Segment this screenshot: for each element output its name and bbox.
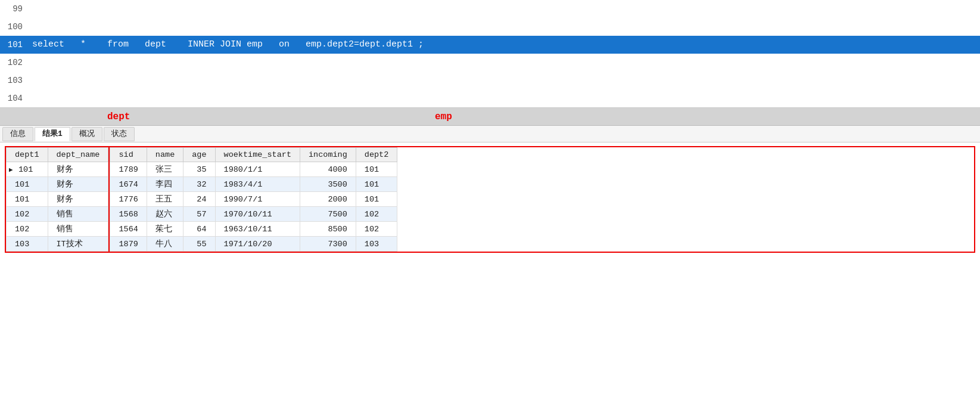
table-row: 1568赵六571970/10/117500102 [110, 207, 397, 222]
table-row: 102销售 [7, 207, 108, 222]
line-number: 103 [0, 72, 30, 89]
dept1-cell: 102 [7, 207, 48, 222]
emp-col-header: woektime_start [215, 148, 300, 162]
dept1-cell: 103 [7, 237, 48, 252]
incoming-cell: 7500 [300, 207, 356, 222]
emp-col-header: dept2 [356, 148, 397, 162]
editor-line: 100 [0, 18, 980, 36]
dept-name-cell: 销售 [48, 207, 108, 222]
line-number: 102 [0, 54, 30, 72]
table-row: ▶101财务 [7, 162, 108, 177]
tab-item[interactable]: 结果1 [35, 127, 70, 141]
dept-col-header: dept_name [48, 148, 108, 162]
emp-col-header: name [147, 148, 183, 162]
dept1-cell: 102 [7, 222, 48, 237]
editor-line: 101select * from dept INNER JOIN emp on … [0, 36, 980, 54]
line-content: select * from dept INNER JOIN emp on emp… [30, 36, 980, 54]
woektime_start-cell: 1963/10/11 [215, 222, 300, 237]
line-number: 104 [0, 89, 30, 107]
editor-line: 99 [0, 0, 980, 18]
editor-line: 103 [0, 72, 980, 89]
age-cell: 24 [183, 192, 215, 207]
name-cell: 王五 [147, 192, 183, 207]
emp-col-header: incoming [300, 148, 356, 162]
table-row: 101财务 [7, 192, 108, 207]
dept2-cell: 101 [356, 162, 397, 177]
sid-cell: 1879 [110, 237, 147, 252]
dept1-cell: 101 [7, 192, 48, 207]
dept1-cell: 101 [7, 177, 48, 192]
sid-cell: 1776 [110, 192, 147, 207]
woektime_start-cell: 1971/10/20 [215, 237, 300, 252]
dept2-cell: 102 [356, 207, 397, 222]
age-cell: 57 [183, 207, 215, 222]
woektime_start-cell: 1990/7/1 [215, 192, 300, 207]
dept2-cell: 101 [356, 192, 397, 207]
sid-cell: 1564 [110, 222, 147, 237]
dept-name-cell: 财务 [48, 192, 108, 207]
dept-table-body: ▶101财务101财务101财务102销售102销售103IT技术 [7, 162, 108, 252]
name-cell: 茱七 [147, 222, 183, 237]
emp-label: emp [435, 111, 452, 122]
incoming-cell: 2000 [300, 192, 356, 207]
incoming-cell: 7300 [300, 237, 356, 252]
dept-label: dept [107, 111, 130, 122]
table-row: 1789张三351980/1/14000101 [110, 162, 397, 177]
line-number: 101 [0, 36, 30, 54]
age-cell: 35 [183, 162, 215, 177]
result-area: dept1dept_name ▶101财务101财务101财务102销售102销… [5, 146, 975, 253]
emp-col-header: age [183, 148, 215, 162]
tabs-row: 信息结果1概况状态 [0, 126, 980, 142]
emp-table: sidnameagewoektime_startincomingdept2 17… [110, 147, 974, 252]
table-row: 102销售 [7, 222, 108, 237]
name-cell: 牛八 [147, 237, 183, 252]
woektime_start-cell: 1980/1/1 [215, 162, 300, 177]
dept-col-header: dept1 [7, 148, 48, 162]
table-row: 1674李四321983/4/13500101 [110, 177, 397, 192]
code-editor[interactable]: 99100101select * from dept INNER JOIN em… [0, 0, 980, 108]
table-row: 1776王五241990/7/12000101 [110, 192, 397, 207]
line-number: 99 [0, 0, 30, 18]
table-row: 103IT技术 [7, 237, 108, 252]
sid-cell: 1789 [110, 162, 147, 177]
dept-table: dept1dept_name ▶101财务101财务101财务102销售102销… [6, 147, 110, 252]
table-row: 1879牛八551971/10/207300103 [110, 237, 397, 252]
age-cell: 32 [183, 177, 215, 192]
table-labels-row: dept emp [0, 108, 980, 126]
sid-cell: 1674 [110, 177, 147, 192]
dept2-cell: 101 [356, 177, 397, 192]
editor-line: 104 [0, 89, 980, 107]
table-row: 1564茱七641963/10/118500102 [110, 222, 397, 237]
dept-table-header: dept1dept_name [7, 148, 108, 162]
name-cell: 李四 [147, 177, 183, 192]
dept-name-cell: 财务 [48, 177, 108, 192]
dept-name-cell: IT技术 [48, 237, 108, 252]
dept-name-cell: 财务 [48, 162, 108, 177]
table-row: 101财务 [7, 177, 108, 192]
dept2-cell: 102 [356, 222, 397, 237]
name-cell: 赵六 [147, 207, 183, 222]
tab-item[interactable]: 概况 [71, 127, 102, 141]
age-cell: 55 [183, 237, 215, 252]
emp-table-header: sidnameagewoektime_startincomingdept2 [110, 148, 397, 162]
name-cell: 张三 [147, 162, 183, 177]
dept2-cell: 103 [356, 237, 397, 252]
tab-item[interactable]: 状态 [104, 127, 135, 141]
line-number: 100 [0, 18, 30, 36]
emp-col-header: sid [110, 148, 147, 162]
tab-item[interactable]: 信息 [2, 127, 33, 141]
dept-name-cell: 销售 [48, 222, 108, 237]
woektime_start-cell: 1970/10/11 [215, 207, 300, 222]
woektime_start-cell: 1983/4/1 [215, 177, 300, 192]
emp-table-body: 1789张三351980/1/140001011674李四321983/4/13… [110, 162, 397, 252]
incoming-cell: 4000 [300, 162, 356, 177]
sid-cell: 1568 [110, 207, 147, 222]
incoming-cell: 3500 [300, 177, 356, 192]
editor-line: 102 [0, 54, 980, 72]
incoming-cell: 8500 [300, 222, 356, 237]
age-cell: 64 [183, 222, 215, 237]
dept1-cell: ▶101 [7, 162, 48, 177]
